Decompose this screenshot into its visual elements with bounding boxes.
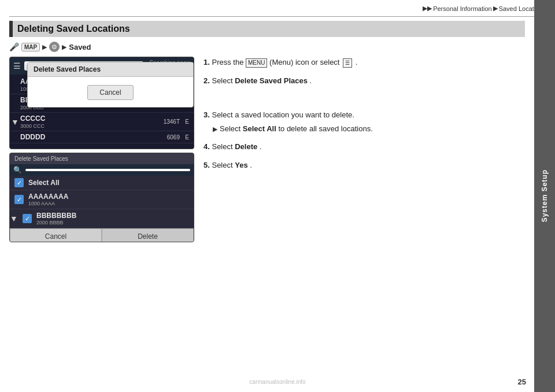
hamburger-icon: ☰ — [13, 61, 21, 71]
checkbox-checked[interactable]: ✓ — [23, 214, 32, 223]
dialog-cancel-button[interactable]: Cancel — [87, 85, 133, 100]
section-title: Deleting Saved Locations — [17, 24, 130, 34]
step3-sub: ▶ Select Select All to delete all saved … — [213, 123, 525, 135]
right-sidebar: System Setup — [534, 0, 555, 392]
step5: 5. Select Yes . — [204, 160, 525, 171]
right-column: 1. Press the MENU (Menu) icon or select … — [204, 57, 525, 242]
delete-button[interactable]: Delete — [102, 228, 194, 242]
list-item: DDDDD 6069 E — [10, 131, 194, 143]
mic-icon: 🎤 — [9, 42, 19, 51]
menu-icon: MENU — [246, 58, 267, 68]
list-item: ✓ AAAAAAAA 1000 AAAA — [10, 190, 194, 209]
sidebar-label: System Setup — [541, 169, 549, 222]
arrow2: ▶ — [62, 43, 66, 51]
left-column: ☰ 🔍 Ente Searching near: s Angeles, CA A… — [9, 57, 194, 242]
down-arrow-icon: ▼ — [11, 117, 19, 127]
menu-small-icon: ☰ — [343, 58, 352, 68]
sc2-list: ✓ Select All ✓ AAAAAAAA 1000 AAAA — [10, 176, 194, 228]
breadcrumb-arrow2: ▶ — [493, 5, 498, 12]
map-badge: MAP — [21, 43, 40, 51]
breadcrumb: ▶▶ Personal Information ▶ Saved Location… — [423, 5, 546, 12]
saved-label: Saved — [69, 43, 91, 51]
step4: 4. Select Delete . — [204, 141, 525, 153]
checkbox-checked[interactable]: ✓ — [14, 195, 24, 204]
step5-block: 5. Select Yes . — [204, 160, 525, 171]
list-item: ✓ Select All — [10, 176, 194, 190]
dialog-title: Delete Saved Places — [28, 62, 193, 77]
down-arrow-icon: ▼ — [10, 214, 18, 223]
sc2-search-row: 🔍 — [10, 164, 194, 176]
breadcrumb-part1: Personal Information — [433, 5, 492, 12]
dialog-body: Cancel — [28, 77, 193, 107]
step-intro: 🎤 MAP ▶ ⚙ ▶ Saved — [9, 42, 525, 52]
screenshot1: ☰ 🔍 Ente Searching near: s Angeles, CA A… — [9, 57, 194, 149]
step3: 3. Select a saved location you want to d… — [204, 109, 525, 121]
list-item: ▼ CCCCC 3000 CCC 1346T E — [10, 113, 194, 131]
step4-block: 4. Select Delete . — [204, 141, 525, 153]
main-content: Deleting Saved Locations 🎤 MAP ▶ ⚙ ▶ Sav… — [9, 21, 525, 375]
page-number: 25 — [518, 378, 526, 386]
arrow1: ▶ — [42, 43, 47, 51]
step3-block: 3. Select a saved location you want to d… — [204, 109, 525, 134]
cancel-button[interactable]: Cancel — [10, 228, 102, 242]
step1: 1. Press the MENU (Menu) icon or select … — [204, 57, 525, 68]
breadcrumb-arrows: ▶▶ — [423, 5, 432, 12]
list-item: ▼ ✓ BBBBBBBB 2000 BBBB — [10, 209, 194, 228]
sc2-search-input[interactable] — [25, 169, 190, 171]
step2-block: 2. Select Delete Saved Places . — [204, 75, 525, 87]
sc2-title-bar: Delete Saved Places — [10, 153, 194, 164]
gear-icon: ⚙ — [49, 42, 60, 52]
step2: 2. Select Delete Saved Places . — [204, 75, 525, 87]
top-divider — [9, 16, 546, 17]
watermark: carmanualsonline.info — [249, 379, 305, 385]
columns-layout: ☰ 🔍 Ente Searching near: s Angeles, CA A… — [9, 57, 525, 242]
sc2-search-icon: 🔍 — [13, 166, 22, 174]
delete-dialog: Delete Saved Places Cancel — [27, 62, 194, 108]
section-header: Deleting Saved Locations — [9, 21, 525, 37]
checkbox-checked[interactable]: ✓ — [14, 178, 24, 187]
step1-block: 1. Press the MENU (Menu) icon or select … — [204, 57, 525, 68]
sc2-buttons: Cancel Delete — [10, 228, 194, 242]
screenshot2: Delete Saved Places 🔍 ✓ Select All — [9, 153, 194, 242]
sub-bullet-arrow: ▶ — [213, 124, 217, 134]
